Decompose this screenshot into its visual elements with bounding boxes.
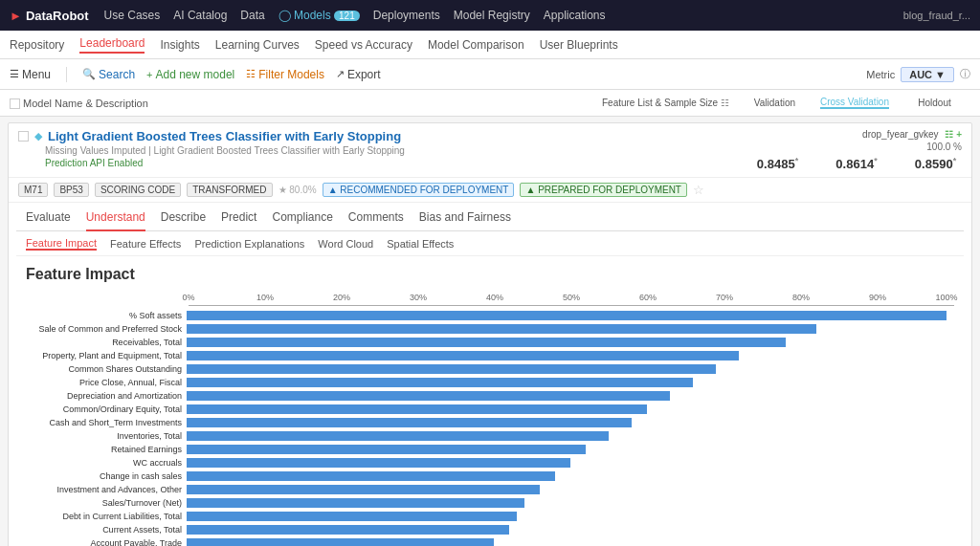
axis-top-20: 20% (333, 293, 350, 302)
tab-understand[interactable]: Understand (86, 203, 145, 231)
axis-top-30: 30% (410, 293, 427, 302)
subnav-insights[interactable]: Insights (160, 38, 199, 52)
tab-bias-fairness[interactable]: Bias and Fairness (419, 203, 511, 231)
filter-models-button[interactable]: ☷ Filter Models (246, 68, 324, 81)
chart-row: Debt in Current Liabilities, Total (26, 510, 954, 522)
tag-prepared: ▲ PREPARED FOR DEPLOYMENT (520, 183, 687, 197)
bar-fill (187, 404, 647, 414)
chart-row: Account Payable, Trade (26, 536, 954, 546)
bar-fill (187, 364, 716, 374)
tag-m71: M71 (18, 183, 48, 197)
feature-list-icon[interactable]: ☷ + (945, 129, 962, 140)
bar-label: Common Shares Outstanding (26, 364, 187, 374)
bar-area (187, 471, 954, 481)
tab-describe[interactable]: Describe (161, 203, 206, 231)
bar-fill (187, 445, 586, 454)
export-label: Export (347, 68, 381, 81)
subnav-user-blueprints[interactable]: User Blueprints (540, 38, 618, 52)
model-icon: ◆ (34, 130, 42, 142)
subnav-learning-curves[interactable]: Learning Curves (215, 38, 300, 52)
bar-label: WC accruals (26, 458, 187, 468)
bar-fill (187, 458, 570, 468)
tab-evaluate[interactable]: Evaluate (26, 203, 71, 231)
cross-validation-header[interactable]: Cross Validation (820, 97, 889, 109)
nav-models[interactable]: ◯ Models 121 (278, 9, 360, 22)
subtab-spatial-effects[interactable]: Spatial Effects (387, 238, 454, 250)
feature-list-value: drop_fyear_gvkey (862, 129, 939, 140)
model-tabs: Evaluate Understand Describe Predict Com… (16, 203, 964, 231)
bar-label: Change in cash sales (26, 471, 187, 481)
bar-label: Debt in Current Liabilities, Total (26, 512, 187, 521)
chart-row: Investment and Advances, Other (26, 483, 954, 495)
bar-fill (187, 324, 816, 334)
nav-ai-catalog[interactable]: AI Catalog (173, 9, 227, 22)
metric-info-icon[interactable]: ⓘ (960, 67, 970, 81)
bar-area (187, 431, 954, 441)
filter-icon-header[interactable]: ☷ (721, 98, 729, 108)
model-checkbox[interactable] (18, 131, 29, 142)
bar-fill (187, 525, 509, 535)
export-icon: ↗ (336, 68, 345, 80)
axis-top-40: 40% (486, 293, 503, 302)
model-name-header-label: Model Name & Description (23, 98, 148, 109)
nav-model-registry[interactable]: Model Registry (454, 9, 530, 22)
bar-area (187, 404, 954, 414)
bar-area (187, 445, 954, 454)
bar-fill (187, 391, 670, 401)
axis-top-90: 90% (869, 293, 886, 302)
star-icon[interactable]: ☆ (693, 183, 704, 197)
nav-applications[interactable]: Applications (544, 9, 606, 22)
search-button[interactable]: 🔍 Search (82, 68, 135, 81)
subtab-word-cloud[interactable]: Word Cloud (318, 238, 373, 250)
subtab-prediction-explanations[interactable]: Prediction Explanations (194, 238, 304, 250)
bar-fill (187, 512, 517, 521)
bar-area (187, 364, 954, 374)
logo-text: DataRobot (26, 9, 89, 23)
tab-comments[interactable]: Comments (348, 203, 404, 231)
bar-area (187, 338, 954, 347)
bar-label: Investment and Advances, Other (26, 485, 187, 494)
search-icon: 🔍 (82, 68, 96, 80)
export-button[interactable]: ↗ Export (336, 68, 381, 81)
bar-area (187, 538, 954, 546)
model-tags-row: M71 BP53 SCORING CODE TRANSFORMED ★ 80.0… (9, 178, 971, 203)
feature-impact-chart: 0% 10% 20% 30% 40% 50% 60% 70% 80% 90% 1… (26, 293, 954, 546)
header-checkbox[interactable] (10, 98, 20, 109)
chart-row: Common Shares Outstanding (26, 362, 954, 375)
tab-predict[interactable]: Predict (221, 203, 256, 231)
chart-row: Inventories, Total (26, 429, 954, 442)
feature-impact-title: Feature Impact (26, 266, 954, 283)
subnav-repository[interactable]: Repository (10, 38, 64, 52)
nav-deployments[interactable]: Deployments (373, 9, 440, 22)
bar-fill (187, 538, 494, 546)
menu-button[interactable]: ☰ Menu (10, 68, 51, 81)
filter-icon: ☷ (246, 68, 256, 80)
chart-rows: % Soft assetsSale of Common and Preferre… (26, 309, 954, 546)
tab-compliance[interactable]: Compliance (272, 203, 332, 231)
chart-row: Depreciation and Amortization (26, 389, 954, 402)
model-card-header: ◆ Light Gradient Boosted Trees Classifie… (9, 123, 971, 178)
bar-label: Property, Plant and Equipment, Total (26, 351, 187, 360)
subtab-feature-impact[interactable]: Feature Impact (26, 237, 97, 251)
bar-label: Sales/Turnover (Net) (26, 498, 187, 508)
toolbar: ☰ Menu 🔍 Search + Add new model ☷ Filter… (0, 59, 980, 90)
bar-label: Account Payable, Trade (26, 538, 187, 546)
bar-fill (187, 471, 555, 481)
content-area: Feature Impact 0% 10% 20% 30% 40% 50% 60… (16, 256, 964, 546)
plus-icon: + (146, 69, 152, 80)
subtab-feature-effects[interactable]: Feature Effects (110, 238, 181, 250)
metric-value[interactable]: AUC ▼ (901, 67, 954, 82)
subnav-leaderboard[interactable]: Leaderboard (79, 36, 145, 54)
subnav-speed-accuracy[interactable]: Speed vs Accuracy (315, 38, 412, 52)
model-title: Light Gradient Boosted Trees Classifier … (48, 129, 401, 143)
menu-icon: ☰ (10, 68, 19, 80)
nav-data[interactable]: Data (240, 9, 264, 22)
bar-label: Price Close, Annual, Fiscal (26, 378, 187, 387)
chart-row: Sales/Turnover (Net) (26, 496, 954, 509)
nav-use-cases[interactable]: Use Cases (104, 9, 161, 22)
add-model-button[interactable]: + Add new model (146, 68, 234, 81)
chart-row: WC accruals (26, 456, 954, 469)
chart-row: Sale of Common and Preferred Stock (26, 322, 954, 335)
logo: ► DataRobot (10, 9, 89, 23)
subnav-model-comparison[interactable]: Model Comparison (428, 38, 524, 52)
